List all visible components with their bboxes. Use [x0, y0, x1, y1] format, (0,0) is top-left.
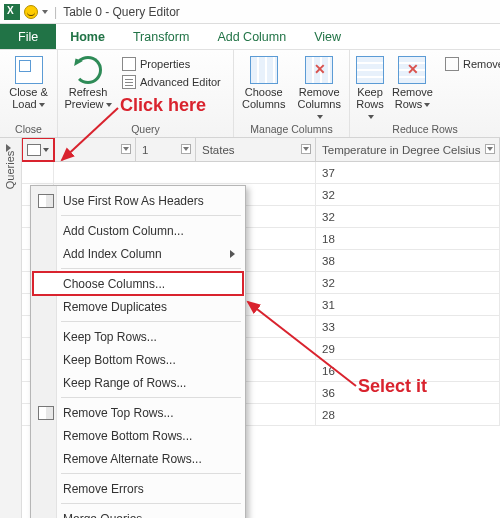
remove-rows-small-icon: [445, 57, 459, 71]
column-header-temperature[interactable]: Temperature in Degree Celsius: [316, 138, 500, 161]
group-manage-columns-label: Manage Columns: [240, 122, 343, 135]
menu-remove-errors[interactable]: Remove Errors: [33, 477, 243, 500]
remove-rows-button[interactable]: RemoveRows: [392, 54, 433, 110]
filter-icon[interactable]: [121, 144, 131, 154]
keep-rows-label: KeepRows: [356, 86, 384, 110]
menu-merge-queries[interactable]: Merge Queries...: [33, 507, 243, 518]
qat-dropdown-icon[interactable]: [42, 10, 48, 14]
menu-remove-top-rows[interactable]: Remove Top Rows...: [33, 401, 243, 424]
cell-temperature: 32: [316, 206, 500, 227]
refresh-label: RefreshPreview: [64, 86, 107, 110]
choose-columns-button[interactable]: ChooseColumns: [240, 54, 288, 110]
cell-temperature: 18: [316, 228, 500, 249]
chevron-down-icon: [43, 148, 49, 152]
group-close-label: Close: [6, 122, 51, 135]
cell-temperature: 36: [316, 382, 500, 403]
cell-temperature: 32: [316, 184, 500, 205]
advanced-editor-label: Advanced Editor: [140, 76, 221, 88]
tab-transform[interactable]: Transform: [119, 24, 204, 49]
close-load-button[interactable]: Close &Load: [6, 54, 51, 110]
remove-columns-label: RemoveColumns: [298, 86, 341, 110]
menu-remove-bottom-rows[interactable]: Remove Bottom Rows...: [33, 424, 243, 447]
cell-temperature: 33: [316, 316, 500, 337]
tab-add-column[interactable]: Add Column: [203, 24, 300, 49]
keep-rows-icon: [356, 56, 384, 84]
table-menu-button[interactable]: [22, 138, 54, 161]
menu-add-index-column[interactable]: Add Index Column: [33, 242, 243, 265]
menu-keep-top-rows[interactable]: Keep Top Rows...: [33, 325, 243, 348]
cell-state: [196, 162, 316, 183]
remove-columns-icon: [305, 56, 333, 84]
column-header-1[interactable]: 1: [136, 138, 196, 161]
filter-icon[interactable]: [181, 144, 191, 154]
filter-icon[interactable]: [485, 144, 495, 154]
advanced-editor-icon: [122, 75, 136, 89]
queries-label: Queries: [5, 151, 17, 190]
cell-temperature: 28: [316, 404, 500, 425]
menu-add-custom-column[interactable]: Add Custom Column...: [33, 219, 243, 242]
properties-label: Properties: [140, 58, 190, 70]
properties-button[interactable]: Properties: [120, 56, 223, 72]
row-index: [22, 162, 54, 183]
cell-temperature: 29: [316, 338, 500, 359]
column-header-states[interactable]: States: [196, 138, 316, 161]
table-context-menu: Use First Row As Headers Add Custom Colu…: [30, 185, 246, 518]
tab-file[interactable]: File: [0, 24, 56, 49]
cell-temperature: 31: [316, 294, 500, 315]
tab-home[interactable]: Home: [56, 24, 119, 49]
excel-icon: [4, 4, 20, 20]
window-title: Table 0 - Query Editor: [63, 5, 180, 19]
menu-remove-alternate-rows[interactable]: Remove Alternate Rows...: [33, 447, 243, 470]
menu-keep-range-rows[interactable]: Keep Range of Rows...: [33, 371, 243, 394]
column-header-blank[interactable]: [54, 138, 136, 161]
group-query-label: Query: [64, 122, 227, 135]
separator: |: [54, 5, 57, 19]
cell-temperature: 38: [316, 250, 500, 271]
remove-rows-alt-label: Remove: [463, 58, 500, 70]
filter-icon[interactable]: [301, 144, 311, 154]
refresh-preview-button[interactable]: RefreshPreview: [64, 54, 112, 110]
tab-view[interactable]: View: [300, 24, 355, 49]
table-icon: [38, 406, 54, 420]
menu-keep-bottom-rows[interactable]: Keep Bottom Rows...: [33, 348, 243, 371]
close-load-icon: [15, 56, 43, 84]
remove-rows-alt-button[interactable]: Remove: [443, 56, 500, 72]
ribbon: Close &Load Close RefreshPreview Propert…: [0, 50, 500, 138]
table-row[interactable]: 37: [22, 162, 500, 184]
grid-header: 1 States Temperature in Degree Celsius: [22, 138, 500, 162]
menu-first-row-headers[interactable]: Use First Row As Headers: [33, 189, 243, 212]
choose-columns-icon: [250, 56, 278, 84]
cell-temperature: 16: [316, 360, 500, 381]
cell-temperature: 37: [316, 162, 500, 183]
queries-sidebar[interactable]: Queries: [0, 138, 22, 518]
remove-columns-button[interactable]: RemoveColumns: [296, 54, 344, 122]
title-bar: | Table 0 - Query Editor: [0, 0, 500, 24]
properties-icon: [122, 57, 136, 71]
table-icon: [27, 144, 41, 156]
advanced-editor-button[interactable]: Advanced Editor: [120, 74, 223, 90]
cell-temperature: 32: [316, 272, 500, 293]
menu-remove-duplicates[interactable]: Remove Duplicates: [33, 295, 243, 318]
choose-columns-label: ChooseColumns: [242, 86, 285, 110]
smiley-icon: [24, 5, 38, 19]
menu-choose-columns[interactable]: Choose Columns...: [33, 272, 243, 295]
keep-rows-button[interactable]: KeepRows: [356, 54, 384, 122]
ribbon-tabs: File Home Transform Add Column View: [0, 24, 500, 50]
refresh-icon: [74, 56, 102, 84]
table-icon: [38, 194, 54, 208]
group-reduce-rows-label: Reduce Rows: [356, 122, 494, 135]
remove-rows-icon: [398, 56, 426, 84]
